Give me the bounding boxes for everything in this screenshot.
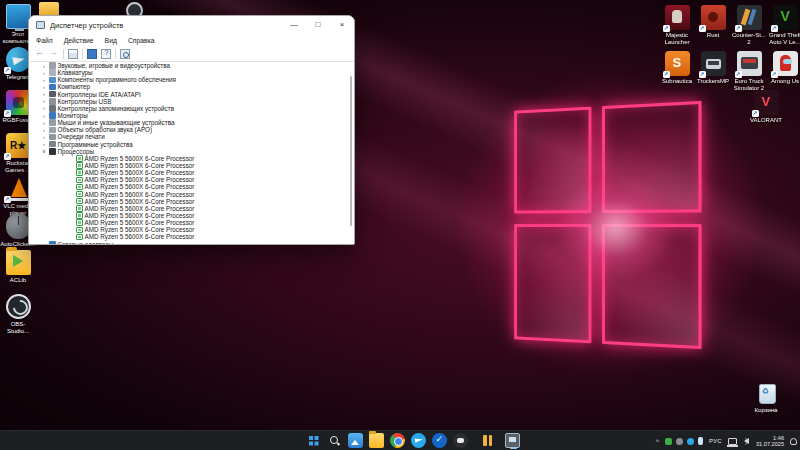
forward-arrow-icon[interactable] (49, 49, 59, 59)
chevron-icon[interactable]: › (41, 127, 47, 133)
volume-icon[interactable] (744, 438, 749, 444)
console-tree-icon[interactable] (68, 49, 78, 59)
chevron-icon[interactable]: › (41, 141, 47, 147)
telegram-icon[interactable] (411, 433, 426, 448)
chevron-icon[interactable]: › (41, 98, 47, 104)
ide-icon (49, 91, 56, 98)
windows-logo-glow (556, 176, 676, 281)
chevron-icon[interactable]: › (41, 134, 47, 140)
chevron-icon[interactable]: › (41, 120, 47, 126)
chevron-icon[interactable]: › (41, 63, 47, 69)
blue-check-app-icon[interactable] (432, 433, 447, 448)
separator-icon[interactable] (115, 49, 116, 59)
telegram-tray-icon[interactable] (687, 438, 694, 445)
tree-item-label: AMD Ryzen 5 5600X 6-Core Processor (85, 191, 195, 198)
menu-bar: Файл Действие Вид Справка (29, 34, 354, 47)
menu-item[interactable]: Вид (105, 37, 117, 44)
tree-item[interactable]: AMD Ryzen 5 5600X 6-Core Processor (29, 155, 354, 162)
menu-item[interactable]: Справка (128, 37, 155, 44)
chrome-icon[interactable] (390, 433, 405, 448)
properties-icon[interactable] (87, 49, 97, 59)
chevron-icon[interactable]: › (41, 84, 47, 90)
language-indicator[interactable]: РУС (709, 438, 722, 444)
tree-item-label: Контроллеры IDE ATA/ATAPI (58, 91, 141, 98)
desktop-icon[interactable]: ↗ Rust (695, 5, 731, 51)
menu-item[interactable]: Действие (64, 37, 94, 44)
chevron-up-icon[interactable]: ^ (656, 438, 659, 445)
tree-item[interactable]: › Программные устройства (29, 141, 354, 148)
tree-item[interactable]: › Компоненты программного обеспечения (29, 76, 354, 83)
cpu-item-icon (76, 177, 83, 184)
software-icon (49, 77, 56, 84)
tree-item[interactable]: AMD Ryzen 5 5600X 6-Core Processor (29, 212, 354, 219)
tree-item[interactable]: AMD Ryzen 5 5600X 6-Core Processor (29, 183, 354, 190)
usb-icon (49, 98, 56, 105)
chevron-icon[interactable]: › (41, 105, 47, 111)
desktop-icon[interactable]: ↗ TruckersMP (695, 51, 731, 97)
chevron-icon[interactable]: ∨ (41, 148, 47, 154)
desktop-icon[interactable]: ↗ Counter-St... 2 (731, 5, 767, 51)
green-app-icon[interactable] (665, 438, 672, 445)
search-icon[interactable] (327, 433, 342, 448)
tree-item[interactable]: › Компьютер (29, 83, 354, 90)
tree-item[interactable]: AMD Ryzen 5 5600X 6-Core Processor (29, 198, 354, 205)
tree-item[interactable]: AMD Ryzen 5 5600X 6-Core Processor (29, 162, 354, 169)
tree-item[interactable]: AMD Ryzen 5 5600X 6-Core Processor (29, 176, 354, 183)
file-explorer-icon[interactable] (369, 433, 384, 448)
tree-item[interactable]: AMD Ryzen 5 5600X 6-Core Processor (29, 169, 354, 176)
desktop-icon[interactable]: ↗ Grand Theft Auto V Le... (767, 5, 800, 51)
start-icon[interactable] (306, 433, 321, 448)
tree-item[interactable]: › Сетевые адаптеры (29, 241, 354, 245)
tree-item[interactable]: AMD Ryzen 5 5600X 6-Core Processor (29, 205, 354, 212)
tree-item[interactable]: › Мониторы (29, 112, 354, 119)
gray-app-icon[interactable] (676, 438, 683, 445)
system-tray: ^ РУС 1:46 31.07.2025 (656, 431, 797, 450)
cpu-item-icon (76, 219, 83, 226)
chevron-icon[interactable]: › (41, 91, 47, 97)
help-icon[interactable] (101, 49, 111, 59)
tree-item[interactable]: › Мыши и иные указывающие устройства (29, 119, 354, 126)
tree-item[interactable]: AMD Ryzen 5 5600X 6-Core Processor (29, 226, 354, 233)
tree-item[interactable]: AMD Ryzen 5 5600X 6-Core Processor (29, 233, 354, 240)
pause-app-icon[interactable] (480, 433, 495, 448)
tree-item[interactable]: › Клавиатуры (29, 69, 354, 76)
desktop-icon[interactable]: ↗ OBS-Studio... (0, 294, 36, 335)
notifications-bell-icon[interactable] (790, 438, 797, 445)
mic-icon[interactable] (698, 437, 703, 445)
back-arrow-icon[interactable] (35, 49, 45, 59)
tree-item[interactable]: › Контроллеры IDE ATA/ATAPI (29, 91, 354, 98)
minimize-button[interactable]: — (282, 16, 306, 34)
desktop-icon[interactable]: ↗ Majestic Launcher (659, 5, 695, 51)
chevron-icon[interactable]: › (41, 70, 47, 76)
desktop-icon-recycle-bin[interactable]: Корзина (748, 380, 784, 414)
scan-hardware-icon[interactable] (120, 49, 130, 59)
photos-icon[interactable] (348, 433, 363, 448)
maximize-button[interactable]: □ (306, 16, 330, 34)
desktop-icon-valorant[interactable]: ↗ VALORANT (748, 90, 784, 124)
clock[interactable]: 1:46 31.07.2025 (756, 435, 784, 448)
tree-item[interactable]: › Контроллеры USB (29, 98, 354, 105)
device-manager-icon[interactable] (505, 433, 520, 448)
tree-item[interactable]: AMD Ryzen 5 5600X 6-Core Processor (29, 219, 354, 226)
network-icon[interactable] (728, 438, 737, 445)
tree-item[interactable]: › Объекты обработки звука (APO) (29, 126, 354, 133)
tree-item[interactable]: ∨ Процессоры (29, 148, 354, 155)
separator-icon[interactable] (82, 49, 83, 59)
chevron-icon[interactable]: › (41, 113, 47, 119)
dark-app-icon[interactable] (453, 433, 468, 448)
scrollbar[interactable] (350, 76, 352, 226)
title-bar[interactable]: Диспетчер устройств — □ × (29, 16, 354, 34)
chevron-icon[interactable]: › (41, 241, 47, 245)
tree-item[interactable]: AMD Ryzen 5 5600X 6-Core Processor (29, 191, 354, 198)
menu-item[interactable]: Файл (36, 37, 53, 44)
chevron-icon[interactable]: › (41, 77, 47, 83)
tree-item[interactable]: › Контроллеры запоминающих устройств (29, 105, 354, 112)
cpu-item-icon (76, 212, 83, 219)
desktop-icon[interactable]: ↗ Subnautica (659, 51, 695, 97)
separator-icon[interactable] (63, 49, 64, 59)
tree-item[interactable]: › Очереди печати (29, 133, 354, 140)
desktop-icon[interactable]: ↗ ACLib (0, 250, 36, 284)
close-button[interactable]: × (330, 16, 354, 34)
tree-item-label: AMD Ryzen 5 5600X 6-Core Processor (85, 212, 195, 219)
tree-item[interactable]: › Звуковые, игровые и видеоустройства (29, 62, 354, 69)
